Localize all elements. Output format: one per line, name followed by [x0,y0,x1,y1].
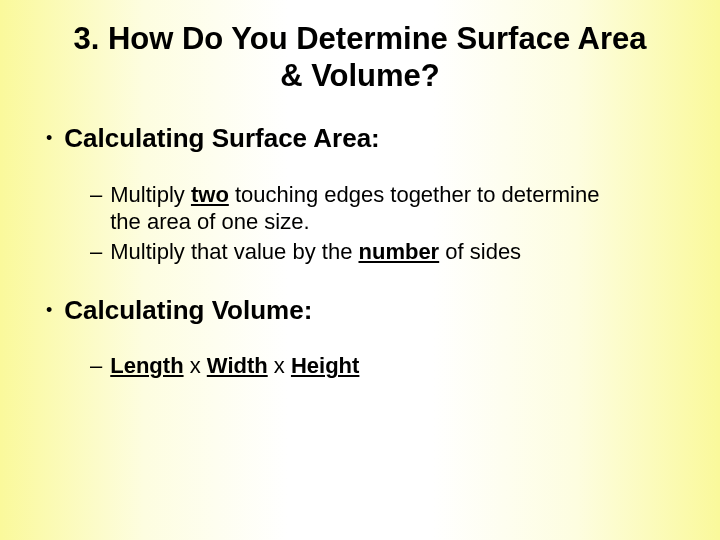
bullet-dot-icon: • [46,294,52,326]
bullet-dash-icon: – [90,238,102,266]
sa-step2-text: Multiply that value by the number of sid… [110,238,521,266]
bullet-sa-step1: – Multiply two touching edges together t… [90,181,680,236]
bullet-sa-step2: – Multiply that value by the number of s… [90,238,680,266]
volume-width: Width [207,353,268,378]
volume-length: Length [110,353,183,378]
bullet-dot-icon: • [46,122,52,154]
volume-formula-text: Length x Width x Height [110,352,359,380]
surface-area-heading-text: Calculating Surface Area: [64,122,379,155]
volume-x1: x [184,353,207,378]
slide: 3. How Do You Determine Surface Area & V… [0,0,720,540]
bullet-volume-heading: • Calculating Volume: [46,294,680,327]
volume-height: Height [291,353,359,378]
sa-step2-underline: number [359,239,440,264]
volume-heading-text: Calculating Volume: [64,294,312,327]
bullet-surface-area-heading: • Calculating Surface Area: [46,122,680,155]
volume-x2: x [268,353,291,378]
sa-step1-text: Multiply two touching edges together to … [110,181,630,236]
sa-step2-post: of sides [439,239,521,264]
spacer [40,268,680,294]
bullet-dash-icon: – [90,181,102,209]
slide-title: 3. How Do You Determine Surface Area & V… [40,20,680,94]
sa-step2-pre: Multiply that value by the [110,239,358,264]
sa-step1-pre: Multiply [110,182,191,207]
sa-step1-underline: two [191,182,229,207]
bullet-dash-icon: – [90,352,102,380]
bullet-volume-formula: – Length x Width x Height [90,352,680,380]
